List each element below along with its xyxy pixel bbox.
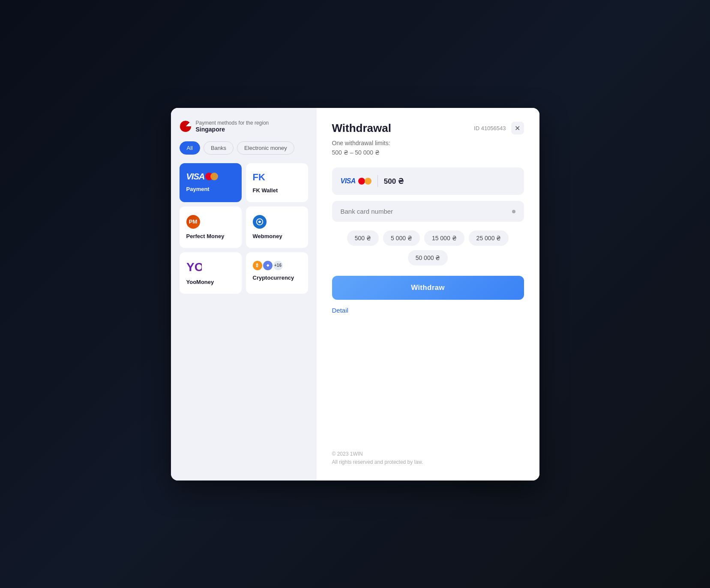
withdraw-button[interactable]: Withdraw: [332, 276, 524, 300]
filter-tab-all[interactable]: All: [180, 141, 200, 155]
chip-25000[interactable]: 25 000 ₴: [469, 230, 509, 246]
region-text: Payment methods for the region Singapore: [196, 120, 269, 133]
payment-card-yoo[interactable]: YO YooMoney: [180, 252, 242, 294]
amount-visa-logo: VISA: [341, 177, 371, 185]
webmoney-logo: [253, 215, 267, 229]
payment-grid: VISA Payment FK FK Wallet PM Perfect Mon…: [180, 163, 308, 294]
region-name: Singapore: [196, 126, 269, 133]
withdrawal-limits: One withdrawal limits: 500 ₴ – 50 000 ₴: [332, 138, 524, 158]
withdrawal-panel: Withdrawal ID 41056543 ✕ One withdrawal …: [317, 108, 539, 481]
limits-line2: 500 ₴ – 50 000 ₴: [332, 149, 380, 156]
withdrawal-header: Withdrawal ID 41056543 ✕: [332, 122, 524, 135]
amount-visa-text: VISA: [341, 177, 356, 185]
fk-card-label: FK Wallet: [253, 187, 278, 194]
withdrawal-modal: Payment methods for the region Singapore…: [171, 108, 539, 481]
withdrawal-id: ID 41056543: [474, 125, 506, 131]
svg-text:YO: YO: [186, 261, 202, 273]
visa-card-label: Payment: [186, 186, 210, 192]
amount-display: VISA 500 ₴: [332, 167, 524, 195]
visa-mastercard-logo: VISA: [186, 172, 219, 182]
filter-tab-banks[interactable]: Banks: [204, 141, 234, 155]
payment-card-wm[interactable]: Webmoney: [246, 206, 308, 248]
footer-line1: © 2023 1WIN: [332, 450, 524, 458]
pm-card-label: Perfect Money: [186, 233, 225, 239]
bank-card-input[interactable]: [341, 208, 512, 215]
crypto-more-icon: +16: [273, 261, 283, 270]
id-close-group: ID 41056543 ✕: [474, 122, 524, 134]
withdrawal-title: Withdrawal: [332, 122, 391, 135]
limits-line1: One withdrawal limits:: [332, 140, 390, 146]
crypto-logo-group: ₿ ◆ +16: [253, 261, 283, 270]
amount-mc-red: [358, 178, 365, 185]
payment-methods-panel: Payment methods for the region Singapore…: [171, 108, 317, 481]
chip-5000[interactable]: 5 000 ₴: [383, 230, 420, 246]
detail-link[interactable]: Detail: [332, 307, 524, 314]
visa-text-logo: VISA: [186, 172, 205, 182]
yoomoney-logo: YO: [186, 261, 202, 275]
payment-card-fk[interactable]: FK FK Wallet: [246, 163, 308, 202]
payment-card-pm[interactable]: PM Perfect Money: [180, 206, 242, 248]
region-header: Payment methods for the region Singapore: [180, 120, 308, 133]
chip-50000[interactable]: 50 000 ₴: [408, 250, 448, 266]
amount-chips: 500 ₴ 5 000 ₴ 15 000 ₴ 25 000 ₴ 50 000 ₴: [332, 230, 524, 266]
close-button[interactable]: ✕: [511, 122, 524, 134]
footer-line2: All rights reserved and protected by law…: [332, 458, 524, 466]
chip-500[interactable]: 500 ₴: [347, 230, 379, 246]
card-dot-icon: [512, 210, 515, 213]
perfect-money-logo: PM: [186, 215, 200, 229]
amount-mc-yellow: [365, 178, 371, 185]
card-input-wrap[interactable]: [332, 201, 524, 222]
filter-tabs: All Banks Electronic money: [180, 141, 308, 155]
payment-card-crypto[interactable]: ₿ ◆ +16 Cryptocurrency: [246, 252, 308, 294]
ethereum-icon: ◆: [263, 261, 273, 270]
crypto-card-label: Cryptocurrency: [253, 275, 294, 281]
fk-wallet-logo: FK: [253, 172, 265, 183]
payment-card-visa[interactable]: VISA Payment: [180, 163, 242, 202]
region-label: Payment methods for the region: [196, 120, 269, 126]
mc-yellow-circle: [210, 173, 218, 180]
amount-value: 500 ₴: [384, 177, 404, 186]
amount-separator: [377, 175, 378, 187]
filter-tab-electronic[interactable]: Electronic money: [237, 141, 294, 155]
wm-card-label: Webmoney: [253, 233, 282, 239]
chip-15000[interactable]: 15 000 ₴: [424, 230, 464, 246]
footer: © 2023 1WIN All rights reserved and prot…: [332, 433, 524, 466]
bitcoin-icon: ₿: [253, 261, 262, 270]
singapore-flag-icon: [180, 120, 192, 132]
yoo-card-label: YooMoney: [186, 279, 214, 285]
